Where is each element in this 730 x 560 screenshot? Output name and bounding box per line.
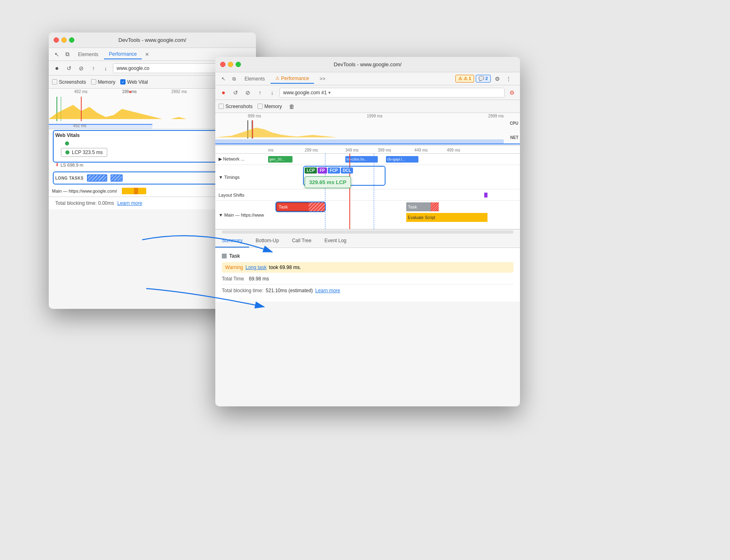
screenshots-checkbox-back[interactable]: Screenshots <box>52 79 86 85</box>
timeline-selection-front[interactable] <box>215 143 520 145</box>
front-total-blocking-row: Total blocking time: 521.10ms (estimated… <box>222 284 513 297</box>
record-button-back[interactable]: ● <box>52 63 62 73</box>
front-ruler-1999: 1999 ms <box>367 114 382 118</box>
summary-task-name: Task <box>229 253 240 259</box>
reload-button-front[interactable]: ↺ <box>231 88 240 98</box>
total-time-row: Total Time 69.98 ms <box>222 276 513 282</box>
network-track-content: gen_20... m=cdos,hs... cb=gapi.l... <box>264 154 520 165</box>
long-task-bar-1 <box>87 174 107 182</box>
memory-checkbox-front[interactable]: Memory <box>258 104 282 109</box>
tab-performance-back[interactable]: Performance <box>104 50 142 59</box>
tab-close-back[interactable]: ✕ <box>143 52 152 57</box>
badge-warning[interactable]: ⚠ ⚠ 1 <box>455 75 474 82</box>
upload-button-front[interactable]: ↑ <box>255 88 265 98</box>
close-button-front[interactable] <box>220 62 225 67</box>
badge-chat[interactable]: 💬 2 <box>476 75 491 82</box>
lcp-value-back: LCP 323.5 ms <box>72 150 103 155</box>
layout-shifts-track: Layout Shifts <box>215 189 520 201</box>
timeline-scrollbar[interactable] <box>222 230 513 234</box>
upload-button-back[interactable]: ↑ <box>89 63 98 73</box>
summary-content-area: Task Warning Long task took 69.98 ms. To… <box>215 248 520 302</box>
front-window-title: DevTools - www.google.com/ <box>334 61 402 67</box>
memory-check-front[interactable] <box>258 104 263 109</box>
minimize-button-back[interactable] <box>61 37 67 43</box>
memory-check-back[interactable] <box>91 79 96 85</box>
warning-icon-badge: ⚠ <box>458 76 462 81</box>
refresh-settings-icon[interactable]: ⚙ <box>507 88 517 98</box>
screenshots-checkbox-front[interactable]: Screenshots <box>219 104 253 109</box>
evaluate-script-bar: Evaluate Script <box>406 213 487 222</box>
record-button-front[interactable]: ● <box>219 88 228 98</box>
ruler-mark-2992: 2992 ms <box>171 89 187 97</box>
layout-shifts-label[interactable]: Layout Shifts <box>215 193 264 198</box>
main-track-label-front[interactable]: ▼ Main — https://www.google.g.com/ <box>215 213 264 217</box>
ruler-mark-1992: 199■ms <box>122 89 136 97</box>
tab-more-front[interactable]: >> <box>315 74 330 83</box>
layers-icon[interactable]: ⧉ <box>63 50 72 59</box>
back-ruler-492: 492 ms <box>73 124 87 128</box>
network-bar-gapi: cb=gapi.l... <box>386 156 418 163</box>
close-button-back[interactable] <box>54 37 59 43</box>
back-total-blocking-text: Total blocking time: 0.00ms <box>55 200 114 206</box>
tab-elements-back[interactable]: Elements <box>73 50 103 59</box>
minimize-button-front[interactable] <box>228 62 233 67</box>
back-learn-more-link[interactable]: Learn more <box>117 200 142 206</box>
webvital-checkbox-back[interactable]: ✓ Web Vital <box>120 79 148 85</box>
download-button-front[interactable]: ↓ <box>267 88 277 98</box>
clear-button-front[interactable]: ⊘ <box>243 88 253 98</box>
gear-icon-front[interactable]: ⚙ <box>492 74 502 84</box>
more-icon-front[interactable]: ⋮ <box>504 74 513 84</box>
tab-performance-front[interactable]: ⚠ Performance <box>271 74 314 84</box>
trash-icon-front[interactable]: 🗑 <box>287 102 297 111</box>
task-color-indicator <box>222 254 227 258</box>
reload-button-back[interactable]: ↺ <box>64 63 74 73</box>
red-marker-line <box>349 154 350 229</box>
url-dropdown[interactable]: ▾ <box>328 90 331 96</box>
cursor-icon[interactable]: ↖ <box>52 50 62 59</box>
back-main-label: Main — https://www.google.com/ <box>52 189 117 193</box>
screenshots-check-back[interactable] <box>52 79 57 85</box>
url-bar-front[interactable]: www.google.com #1 ▾ <box>279 88 505 98</box>
network-track-label[interactable]: ▶ Network ... <box>215 156 264 162</box>
green-dot-lcp <box>65 150 69 154</box>
cursor-icon-front[interactable]: ↖ <box>219 74 228 84</box>
maximize-button-back[interactable] <box>69 37 74 43</box>
summary-task-heading: Task <box>222 253 513 259</box>
tab-elements-front[interactable]: Elements <box>240 74 270 83</box>
traffic-lights-front <box>220 62 241 67</box>
front-options-bar: Screenshots Memory 🗑 <box>215 100 520 113</box>
memory-checkbox-back[interactable]: Memory <box>91 79 115 85</box>
summary-tabs-bar: Summary Bottom-Up Call Tree Event Log <box>215 234 520 248</box>
webvital-check-back[interactable]: ✓ <box>120 79 126 85</box>
network-bar-cdos: m=cdos,hs... <box>345 156 378 163</box>
dashed-line-1 <box>325 154 325 229</box>
cpu-chart-front <box>215 120 483 139</box>
badge-fcp: FCP <box>328 167 340 174</box>
tab-summary[interactable]: Summary <box>215 234 249 247</box>
net-bar <box>215 139 504 143</box>
tab-bottom-up[interactable]: Bottom-Up <box>249 234 285 247</box>
cpu-label: CPU <box>510 121 518 126</box>
front-learn-more-link[interactable]: Learn more <box>315 288 340 293</box>
front-toolbar: ● ↺ ⊘ ↑ ↓ www.google.com #1 ▾ ⚙ <box>215 85 520 100</box>
front-total-blocking-key: Total blocking time: <box>222 288 263 293</box>
long-task-link[interactable]: Long task <box>245 265 266 270</box>
layout-shift-bar <box>484 193 487 198</box>
task-label-2: Task <box>408 204 417 209</box>
task-stripe-2 <box>431 202 439 211</box>
timings-track-content: LCP FP FCP DCL 329.65 ms LCP <box>264 165 520 189</box>
layers-icon-front[interactable]: ⧉ <box>229 74 239 84</box>
clear-button-back[interactable]: ⊘ <box>76 63 86 73</box>
front-detail-ruler: ms 299 ms 349 ms 399 ms 449 ms 499 ms <box>215 145 520 154</box>
timing-badges-container: LCP FP FCP DCL <box>305 167 353 174</box>
screenshots-check-front[interactable] <box>219 104 224 109</box>
tab-call-tree[interactable]: Call Tree <box>286 234 318 247</box>
long-tasks-label: LONG TASKS <box>55 176 84 180</box>
tab-event-log[interactable]: Event Log <box>318 234 353 247</box>
network-track-front: ▶ Network ... gen_20... m=cdos,hs... cb=… <box>215 154 520 165</box>
dashed-line-2 <box>374 154 374 229</box>
maximize-button-front[interactable] <box>236 62 241 67</box>
front-total-blocking-val: 521.10ms (estimated) <box>266 288 313 293</box>
timings-track-label[interactable]: ▼ Timings <box>215 175 264 180</box>
download-button-back[interactable]: ↓ <box>101 63 110 73</box>
